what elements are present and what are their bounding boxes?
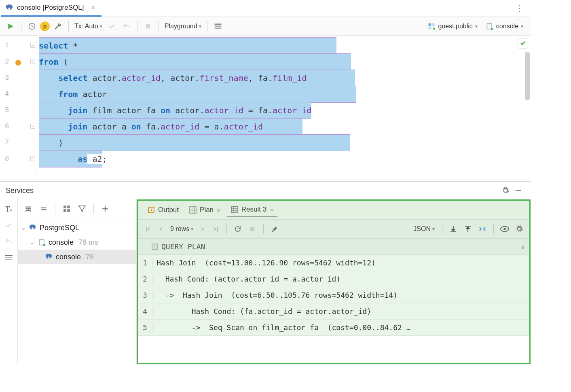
wrench-icon[interactable] <box>51 20 64 33</box>
playground-selector[interactable]: Playground ▾ <box>163 23 203 30</box>
expand-all-icon[interactable] <box>22 202 35 215</box>
svg-rect-14 <box>5 259 13 260</box>
last-page-icon[interactable]: >| <box>209 223 222 235</box>
close-icon[interactable]: × <box>270 206 273 213</box>
editor-tab-console[interactable]: console [PostgreSQL] × <box>1 0 102 17</box>
history-icon[interactable] <box>25 20 38 33</box>
chevron-down-icon: ▾ <box>475 23 478 29</box>
gear-icon[interactable] <box>513 223 525 235</box>
svg-point-20 <box>43 244 45 246</box>
plan-column-header[interactable]: QUERY PLAN ⇵ <box>138 239 529 255</box>
row-count-label: 9 rows <box>170 225 189 233</box>
layout-icon[interactable] <box>3 252 15 263</box>
eye-icon[interactable] <box>499 223 511 235</box>
filter-icon[interactable] <box>76 202 89 215</box>
stop-icon[interactable] <box>142 20 154 33</box>
export-down-icon[interactable] <box>447 223 459 235</box>
svg-rect-27 <box>152 244 158 250</box>
stop-icon[interactable] <box>246 223 258 235</box>
schema-icon <box>427 22 436 30</box>
close-icon[interactable]: × <box>217 207 220 214</box>
check-icon[interactable] <box>3 220 15 231</box>
row-count-selector[interactable]: 9 rows ▾ <box>168 225 196 233</box>
chevron-down-icon: ⌄ <box>29 239 36 246</box>
editor-scrollbar[interactable] <box>525 52 530 100</box>
warning-marker-icon[interactable] <box>15 60 21 66</box>
tab-label: Plan <box>200 206 214 214</box>
first-page-icon[interactable]: |< <box>142 223 154 235</box>
group-icon[interactable] <box>60 202 73 215</box>
format-selector[interactable]: JSON ▾ <box>411 225 437 233</box>
gear-icon[interactable] <box>499 184 512 197</box>
close-icon[interactable]: × <box>89 4 96 11</box>
svg-rect-17 <box>63 209 66 212</box>
export-up-icon[interactable] <box>462 223 474 235</box>
plan-text: Hash Cond: (actor.actor_id = a.actor_id) <box>156 275 340 283</box>
plan-text: -> Seq Scan on film_actor fa (cost=0.00.… <box>156 323 411 332</box>
plan-header-label: QUERY PLAN <box>161 242 205 251</box>
tab-output[interactable]: Output <box>144 203 183 217</box>
plan-row[interactable]: 1Hash Join (cost=13.00..126.90 rows=5462… <box>138 255 529 271</box>
plan-row[interactable]: 5 -> Seq Scan on film_actor fa (cost=0.0… <box>138 320 529 336</box>
plan-row[interactable]: 3 -> Hash Join (cost=6.50..105.76 rows=5… <box>138 287 529 303</box>
row-number: 4 <box>138 307 152 316</box>
plan-row[interactable]: 2 Hash Cond: (actor.actor_id = a.actor_i… <box>138 271 529 287</box>
line-number: 4 <box>0 90 11 98</box>
tree-toolbar <box>18 199 136 218</box>
tab-result[interactable]: Result 3 × <box>227 203 277 217</box>
table-icon <box>189 206 197 214</box>
fold-icon[interactable]: − <box>30 43 35 48</box>
line-number: 6 <box>0 122 11 130</box>
tree-node-console[interactable]: ⌄ console 78 ms <box>18 235 136 250</box>
table-view-icon[interactable] <box>211 20 224 33</box>
playground-label: Playground <box>165 23 197 30</box>
pin-icon[interactable] <box>269 223 281 235</box>
svg-rect-9 <box>487 23 492 29</box>
more-icon[interactable]: ⋮ <box>510 3 530 14</box>
fold-icon[interactable]: − <box>30 59 35 64</box>
datasource-icon <box>38 238 46 246</box>
run-button[interactable] <box>4 20 17 33</box>
postgresql-icon <box>6 4 14 12</box>
undo-icon[interactable] <box>3 236 15 247</box>
rollback-icon[interactable] <box>120 20 133 33</box>
editor-tabs-bar: console [PostgreSQL] × ⋮ <box>0 0 531 17</box>
tree-node-postgresql[interactable]: ⌄ PostgreSQL <box>18 220 136 235</box>
console-selector[interactable]: console ▾ <box>482 22 527 30</box>
sort-icon[interactable]: ⇵ <box>521 244 524 250</box>
fold-icon[interactable]: − <box>30 124 35 129</box>
services-gutter: Tx <box>0 199 18 364</box>
tx-mode-selector[interactable]: Tx: Auto ▾ <box>73 23 104 30</box>
results-tabs: Output Plan × Result 3 × <box>138 201 529 219</box>
commit-icon[interactable] <box>106 20 118 33</box>
svg-rect-18 <box>67 209 70 212</box>
row-number: 5 <box>138 323 152 332</box>
tree-node-console-child[interactable]: console 78 <box>18 250 136 264</box>
svg-rect-24 <box>250 227 255 231</box>
add-icon[interactable] <box>99 202 112 215</box>
refresh-icon[interactable] <box>232 223 244 235</box>
chevron-down-icon: ▾ <box>432 226 435 232</box>
tab-plan[interactable]: Plan × <box>185 203 224 217</box>
next-page-icon[interactable]: > <box>197 223 209 235</box>
tx-icon[interactable]: Tx <box>3 203 15 215</box>
compare-icon[interactable] <box>476 223 489 235</box>
svg-rect-15 <box>63 206 66 208</box>
minimize-icon[interactable] <box>512 184 525 197</box>
collapse-all-icon[interactable] <box>37 202 50 215</box>
sql-editor[interactable]: 1− 2− 3 4 5 6− 7 8− select * from ( sele… <box>0 36 531 181</box>
svg-point-26 <box>503 228 506 230</box>
schema-selector[interactable]: guest.public ▾ <box>424 22 480 30</box>
services-tree: ⌄ PostgreSQL ⌄ console 78 ms console 78 <box>18 199 137 364</box>
svg-rect-1 <box>146 24 150 28</box>
chevron-down-icon: ▾ <box>521 23 523 29</box>
tree-label: console <box>56 253 81 261</box>
prev-page-icon[interactable]: < <box>155 223 167 235</box>
fold-icon[interactable]: − <box>30 156 35 161</box>
params-icon[interactable]: p <box>40 21 50 31</box>
svg-rect-4 <box>214 28 221 29</box>
code-content[interactable]: select * from ( select actor.actor_id, a… <box>36 36 531 181</box>
inspection-ok-icon[interactable] <box>518 38 528 49</box>
plan-row[interactable]: 4 Hash Cond: (fa.actor_id = actor.actor_… <box>138 303 529 320</box>
datasource-icon <box>486 22 494 30</box>
